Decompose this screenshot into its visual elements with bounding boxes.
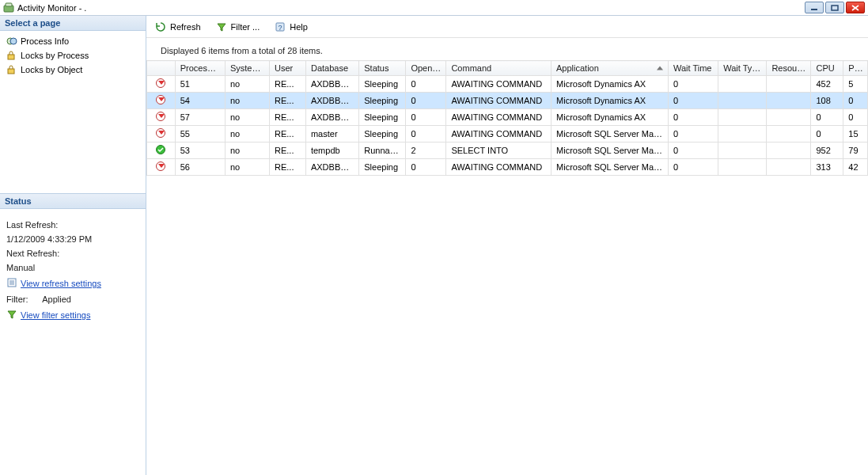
column-header[interactable]: Open ... — [406, 61, 446, 76]
app-icon — [3, 2, 14, 13]
cell-res — [767, 126, 811, 142]
cell-sys: no — [225, 126, 269, 142]
last-refresh-label: Last Refresh: — [6, 220, 139, 230]
column-header[interactable]: Wait Type — [718, 61, 767, 76]
next-refresh-value: Manual — [6, 263, 139, 272]
cell-pid: 51 — [175, 76, 225, 93]
cell-user: RE... — [270, 142, 306, 159]
cell-wtype — [718, 142, 767, 159]
column-header[interactable]: Application — [552, 61, 669, 76]
cell-wtype — [718, 93, 767, 109]
svg-rect-6 — [8, 55, 14, 59]
row-status-icon — [147, 142, 176, 159]
filter-label: Filter: — [6, 294, 28, 304]
view-refresh-settings-link[interactable]: View refresh settings — [21, 279, 101, 288]
svg-point-5 — [10, 38, 17, 44]
cell-res — [767, 93, 811, 109]
last-refresh-value: 1/12/2009 4:33:29 PM — [6, 234, 139, 244]
cell-app: Microsoft SQL Server Man... — [552, 159, 669, 176]
row-status-icon — [147, 109, 176, 126]
cell-db: tempdb — [305, 142, 358, 159]
funnel-icon — [6, 309, 17, 321]
cell-app: Microsoft Dynamics AX — [552, 76, 669, 93]
cell-cpu: 452 — [811, 76, 843, 93]
cell-res — [767, 159, 811, 176]
row-status-icon — [147, 93, 176, 109]
help-label: Help — [290, 22, 308, 32]
column-header[interactable]: CPU — [811, 61, 843, 76]
window-buttons — [805, 2, 865, 13]
cell-cpu: 0 — [811, 126, 843, 142]
cell-stat: Runnable — [359, 142, 406, 159]
page-locks-by-object[interactable]: Locks by Object — [2, 63, 144, 77]
column-header[interactable]: System... — [225, 61, 269, 76]
cell-stat: Sleeping — [359, 159, 406, 176]
table-row[interactable]: 54noRE...AXDBBuildSleeping0AWAITING COMM… — [147, 93, 868, 109]
refresh-button[interactable]: Refresh — [153, 18, 203, 36]
view-filter-settings-link[interactable]: View filter settings — [21, 310, 90, 320]
cell-open: 0 — [406, 159, 446, 176]
cell-stat: Sleeping — [359, 126, 406, 142]
grid-area[interactable]: Process IDSystem...UserDatabaseStatusOpe… — [146, 60, 868, 475]
table-row[interactable]: 55noRE...masterSleeping0AWAITING COMMAND… — [147, 126, 868, 142]
table-row[interactable]: 51noRE...AXDBBuildSleeping0AWAITING COMM… — [147, 76, 868, 93]
svg-text:?: ? — [279, 24, 282, 32]
table-row[interactable]: 53noRE...tempdbRunnable2SELECT INTOMicro… — [147, 142, 868, 159]
filter-button[interactable]: Filter ... — [214, 18, 262, 36]
table-row[interactable]: 56noRE...AXDBBuildSleeping0AWAITING COMM… — [147, 159, 868, 176]
cell-db: AXDBBuild — [305, 159, 358, 176]
cell-stat: Sleeping — [359, 93, 406, 109]
cell-res — [767, 142, 811, 159]
cell-app: Microsoft SQL Server Man... — [552, 142, 669, 159]
help-icon: ? — [274, 21, 286, 33]
status-panel: Status Last Refresh: 1/12/2009 4:33:29 P… — [0, 193, 146, 332]
filter-value: Applied — [42, 294, 71, 304]
cell-app: Microsoft SQL Server Man... — [552, 126, 669, 142]
sidebar: Select a page Process Info Locks by Proc… — [0, 16, 146, 475]
close-button[interactable] — [846, 2, 865, 13]
row-status-icon — [147, 159, 176, 176]
cell-user: RE... — [270, 126, 306, 142]
cell-cpu: 108 — [811, 93, 843, 109]
column-header[interactable]: Resource — [767, 61, 811, 76]
column-header[interactable]: Process ID — [175, 61, 225, 76]
cell-wt: 0 — [668, 93, 718, 109]
row-status-icon — [147, 76, 176, 93]
column-header[interactable]: Wait Time — [668, 61, 718, 76]
row-status-icon — [147, 126, 176, 142]
maximize-button[interactable] — [825, 2, 844, 13]
cell-res — [767, 76, 811, 93]
window-title: Activity Monitor - . — [17, 3, 86, 13]
cell-app: Microsoft Dynamics AX — [552, 109, 669, 126]
column-header[interactable]: Database — [305, 61, 358, 76]
cell-phy: 0 — [843, 109, 868, 126]
column-header[interactable]: Phy — [843, 61, 868, 76]
svg-rect-1 — [6, 3, 12, 6]
cell-cmd: AWAITING COMMAND — [446, 76, 552, 93]
cell-phy: 42 — [843, 159, 868, 176]
table-row[interactable]: 57noRE...AXDBBuildSleeping0AWAITING COMM… — [147, 109, 868, 126]
page-list: Process Info Locks by Process Locks by O… — [0, 31, 146, 193]
column-header[interactable] — [147, 61, 176, 76]
page-locks-by-process[interactable]: Locks by Process — [2, 48, 144, 63]
cell-open: 2 — [406, 142, 446, 159]
column-header[interactable]: Status — [359, 61, 406, 76]
column-header[interactable]: Command — [446, 61, 552, 76]
page-process-info[interactable]: Process Info — [2, 34, 144, 48]
cell-open: 0 — [406, 93, 446, 109]
cell-open: 0 — [406, 76, 446, 93]
cell-cpu: 313 — [811, 159, 843, 176]
cell-wt: 0 — [668, 76, 718, 93]
cell-db: AXDBBuild — [305, 93, 358, 109]
page-label: Locks by Object — [21, 65, 82, 74]
cell-cmd: AWAITING COMMAND — [446, 126, 552, 142]
cell-open: 0 — [406, 109, 446, 126]
cell-user: RE... — [270, 159, 306, 176]
cell-pid: 53 — [175, 142, 225, 159]
cell-db: AXDBBuild — [305, 109, 358, 126]
column-header[interactable]: User — [270, 61, 306, 76]
cell-wt: 0 — [668, 126, 718, 142]
help-button[interactable]: ? Help — [272, 18, 309, 36]
cell-cmd: SELECT INTO — [446, 142, 552, 159]
minimize-button[interactable] — [805, 2, 824, 13]
